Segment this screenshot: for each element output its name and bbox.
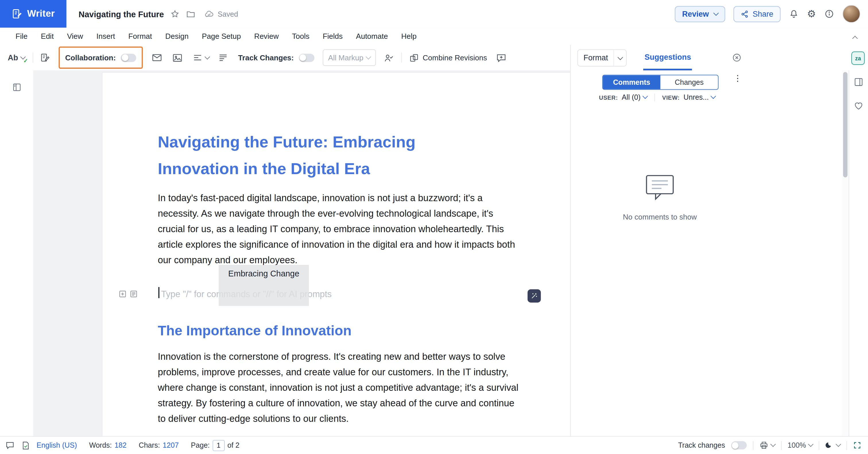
- tab-comments[interactable]: Comments: [603, 75, 660, 89]
- format-dropdown[interactable]: Format: [577, 49, 627, 66]
- menu-automate[interactable]: Automate: [349, 32, 395, 40]
- markup-display-icon[interactable]: [193, 53, 209, 62]
- drag-ghost-embracing-change[interactable]: Embracing Change: [219, 265, 309, 306]
- document-page[interactable]: Navigating the Future: Embracing Innovat…: [102, 73, 570, 437]
- block-options-icon[interactable]: [129, 290, 138, 298]
- doc-heading-2[interactable]: The Importance of Innovation: [158, 321, 352, 339]
- view-filter-value: Unres...: [683, 93, 709, 102]
- right-icon-strip: [848, 70, 868, 437]
- share-button[interactable]: Share: [733, 6, 780, 22]
- writer-logo-icon: [11, 8, 23, 20]
- close-panel-icon[interactable]: [732, 53, 742, 63]
- review-mode-button[interactable]: Review: [675, 6, 725, 22]
- spellcheck-icon[interactable]: Ab✓: [8, 53, 26, 62]
- comments-panel: Comments Changes ⋮ USER: All (0) VIEW: U…: [570, 70, 842, 437]
- reviewers-icon[interactable]: [383, 53, 394, 62]
- track-changes-footer-toggle[interactable]: [731, 441, 747, 449]
- ai-assist-button[interactable]: [528, 289, 541, 303]
- menu-tools[interactable]: Tools: [285, 32, 316, 40]
- tab-suggestions[interactable]: Suggestions: [644, 45, 692, 70]
- settings-gear-icon[interactable]: ⚙: [807, 9, 816, 19]
- chars-value[interactable]: 1207: [163, 441, 179, 449]
- saved-label: Saved: [218, 10, 238, 18]
- document-title[interactable]: Navigating the Future: [79, 9, 164, 19]
- menu-review[interactable]: Review: [247, 32, 285, 40]
- folder-icon[interactable]: [186, 9, 195, 19]
- scrollbar-thumb[interactable]: [843, 72, 847, 177]
- doc-paragraph-1[interactable]: In today's fast-paced digital landscape,…: [158, 191, 516, 268]
- word-count: Words: 182: [89, 441, 126, 449]
- share-icon: [740, 10, 749, 18]
- chevron-down-icon: [770, 442, 776, 447]
- side-panel-icon[interactable]: [854, 77, 864, 87]
- document-canvas: Navigating the Future: Embracing Innovat…: [33, 70, 570, 437]
- review-toolbar: Ab✓ Collaboration:: [0, 45, 868, 71]
- page-view-icon[interactable]: [760, 441, 775, 449]
- app-name: Writer: [27, 8, 55, 20]
- navigation-pane-icon[interactable]: [12, 82, 22, 92]
- chevron-down-icon: [365, 54, 371, 59]
- words-value[interactable]: 182: [115, 441, 127, 449]
- no-comments-icon: [644, 173, 676, 203]
- cloud-saved-icon: [205, 10, 214, 18]
- image-review-icon[interactable]: [172, 53, 183, 62]
- panel-more-options-icon[interactable]: ⋮: [733, 74, 742, 82]
- menu-edit[interactable]: Edit: [34, 32, 60, 40]
- text-cursor: [158, 287, 159, 298]
- menu-design[interactable]: Design: [159, 32, 195, 40]
- chevron-down-icon: [205, 54, 210, 59]
- top-bar: Writer Navigating the Future Saved: [0, 0, 868, 28]
- all-markup-select[interactable]: All Markup: [322, 50, 376, 66]
- add-block-icon[interactable]: [119, 290, 127, 298]
- chevron-down-icon: [836, 442, 841, 447]
- doc-paragraph-2[interactable]: Innovation is the cornerstone of progres…: [158, 349, 519, 427]
- menu-page-setup[interactable]: Page Setup: [195, 32, 247, 40]
- menu-format[interactable]: Format: [122, 32, 159, 40]
- drag-ghost-label: Embracing Change: [228, 269, 299, 278]
- user-filter-dropdown[interactable]: All (0): [622, 93, 647, 102]
- user-filter-label: USER:: [599, 94, 618, 101]
- view-filter-dropdown[interactable]: Unres...: [683, 93, 715, 102]
- chevron-down-icon: [711, 93, 716, 99]
- format-label: Format: [578, 53, 613, 62]
- saved-status: Saved: [205, 10, 238, 18]
- track-changes-toggle[interactable]: [299, 53, 314, 62]
- status-right: Track changes 100%: [678, 441, 861, 450]
- menu-bar: File Edit View Insert Format Design Page…: [0, 28, 868, 46]
- language-selector[interactable]: English (US): [36, 441, 77, 449]
- writer-logo[interactable]: Writer: [0, 0, 66, 28]
- translate-document-icon[interactable]: [40, 53, 50, 63]
- add-comment-icon[interactable]: [496, 53, 507, 62]
- menu-fields[interactable]: Fields: [316, 32, 349, 40]
- collaboration-label: Collaboration:: [65, 53, 116, 62]
- chevron-down-icon: [808, 442, 813, 447]
- night-mode-icon[interactable]: [825, 441, 840, 449]
- page-number-input[interactable]: 1: [212, 439, 224, 451]
- track-changes-footer-label: Track changes: [678, 441, 725, 449]
- fullscreen-icon[interactable]: [853, 441, 861, 449]
- comments-status-icon[interactable]: [5, 441, 14, 449]
- combine-revisions-button[interactable]: Combine Revisions: [409, 53, 487, 62]
- spellcheck-label: Ab: [8, 53, 18, 62]
- favorite-star-icon[interactable]: [170, 9, 179, 19]
- track-changes-label: Track Changes:: [238, 53, 294, 62]
- collaboration-toggle[interactable]: [121, 53, 136, 62]
- tab-changes[interactable]: Changes: [660, 75, 718, 89]
- vertical-scrollbar[interactable]: [842, 70, 848, 437]
- revision-list-icon[interactable]: [218, 53, 228, 62]
- menu-view[interactable]: View: [60, 32, 90, 40]
- email-review-icon[interactable]: [152, 53, 162, 62]
- notifications-bell-icon[interactable]: [789, 9, 799, 19]
- doc-heading-1[interactable]: Navigating the Future: Embracing Innovat…: [158, 129, 468, 182]
- menu-insert[interactable]: Insert: [90, 32, 122, 40]
- zia-assistant-icon[interactable]: za: [851, 51, 865, 65]
- favorites-heart-icon[interactable]: [854, 101, 864, 110]
- combine-revisions-icon: [409, 53, 419, 62]
- zoom-select[interactable]: 100%: [787, 441, 813, 449]
- collapse-ribbon-icon[interactable]: [850, 31, 857, 41]
- proofing-status-icon[interactable]: [22, 441, 30, 450]
- user-avatar[interactable]: [842, 5, 860, 23]
- info-icon[interactable]: [825, 9, 834, 19]
- menu-file[interactable]: File: [9, 32, 34, 40]
- menu-help[interactable]: Help: [395, 32, 423, 40]
